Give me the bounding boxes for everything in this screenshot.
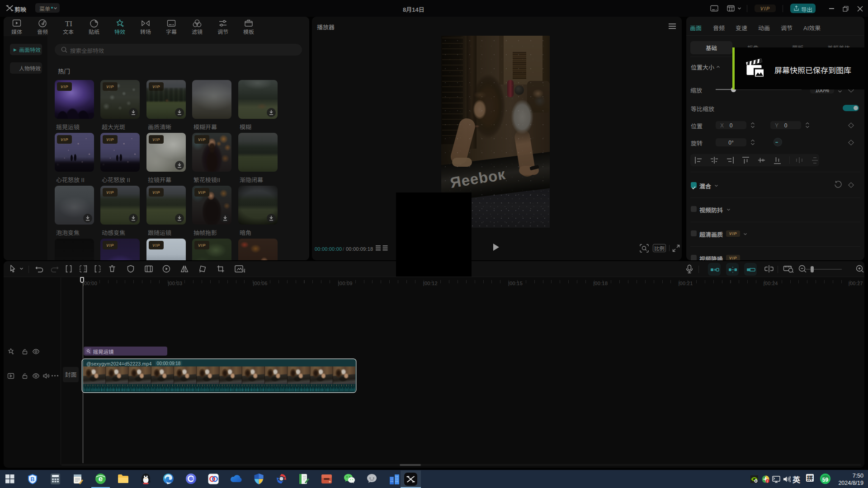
svg-text:TI: TI	[65, 19, 72, 28]
svg-text:B: B	[30, 476, 34, 483]
svg-text:!: !	[767, 480, 768, 483]
